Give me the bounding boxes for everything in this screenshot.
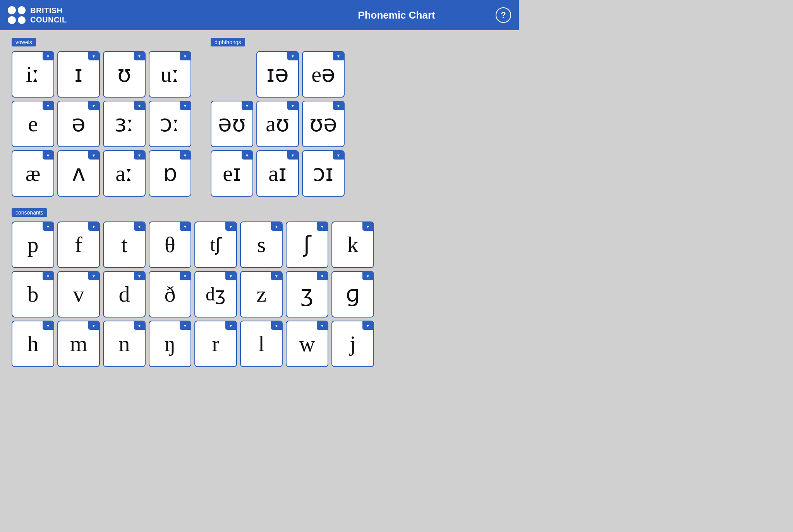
phoneme-card-t[interactable]: ▼ t — [103, 221, 146, 268]
dropdown-arrow[interactable]: ▼ — [333, 151, 344, 160]
phoneme-card-ŋ[interactable]: ▼ ŋ — [149, 321, 191, 367]
dropdown-arrow[interactable]: ▼ — [333, 52, 344, 60]
phoneme-symbol: aː — [115, 162, 133, 185]
phoneme-card-ʒ[interactable]: ▼ ʒ — [286, 271, 328, 317]
phoneme-symbol: k — [347, 233, 359, 256]
phoneme-card-æ[interactable]: ▼ æ — [12, 150, 54, 197]
phoneme-card-e[interactable]: ▼ e — [12, 101, 54, 147]
dropdown-arrow[interactable]: ▼ — [362, 321, 373, 330]
dropdown-arrow[interactable]: ▼ — [317, 222, 328, 231]
phoneme-card-əʊ[interactable]: ▼ əʊ — [211, 101, 253, 147]
phoneme-card-k[interactable]: ▼ k — [331, 221, 374, 268]
dropdown-arrow[interactable]: ▼ — [271, 272, 282, 280]
dropdown-arrow[interactable]: ▼ — [180, 52, 191, 60]
phoneme-card-m[interactable]: ▼ m — [57, 321, 100, 367]
phoneme-card-s[interactable]: ▼ s — [240, 221, 283, 268]
dropdown-arrow[interactable]: ▼ — [43, 151, 53, 160]
dropdown-arrow[interactable]: ▼ — [134, 151, 145, 160]
dropdown-arrow[interactable]: ▼ — [88, 101, 99, 110]
phoneme-symbol: m — [70, 333, 87, 355]
dropdown-arrow[interactable]: ▼ — [88, 321, 99, 330]
phoneme-card-b[interactable]: ▼ b — [12, 271, 54, 317]
dropdown-arrow[interactable]: ▼ — [180, 222, 191, 231]
dropdown-arrow[interactable]: ▼ — [287, 52, 298, 60]
dropdown-arrow[interactable]: ▼ — [225, 222, 236, 231]
dropdown-arrow[interactable]: ▼ — [180, 151, 191, 160]
phoneme-card-aɪ[interactable]: ▼ aɪ — [256, 150, 299, 197]
dropdown-arrow[interactable]: ▼ — [134, 222, 145, 231]
phoneme-card-r[interactable]: ▼ r — [194, 321, 237, 367]
dropdown-arrow[interactable]: ▼ — [225, 321, 236, 330]
dropdown-arrow[interactable]: ▼ — [333, 101, 344, 110]
diphthongs-row-2: ▼ əʊ ▼ aʊ ▼ ʊə — [211, 101, 345, 147]
phoneme-card-z[interactable]: ▼ z — [240, 271, 283, 317]
dropdown-arrow[interactable]: ▼ — [242, 151, 252, 160]
phoneme-card-iː[interactable]: ▼ iː — [12, 51, 54, 98]
dropdown-arrow[interactable]: ▼ — [43, 272, 53, 280]
dropdown-arrow[interactable]: ▼ — [43, 101, 53, 110]
phoneme-card-n[interactable]: ▼ n — [103, 321, 146, 367]
phoneme-card-aː[interactable]: ▼ aː — [103, 150, 146, 197]
phoneme-card-eɪ[interactable]: ▼ eɪ — [211, 150, 253, 197]
dropdown-arrow[interactable]: ▼ — [43, 321, 53, 330]
phoneme-card-dʒ[interactable]: ▼ dʒ — [194, 271, 237, 317]
dropdown-arrow[interactable]: ▼ — [271, 321, 282, 330]
phoneme-symbol: l — [258, 333, 264, 355]
phoneme-card-ɪə[interactable]: ▼ ɪə — [256, 51, 299, 98]
phoneme-symbol: e — [28, 113, 38, 135]
phoneme-card-j[interactable]: ▼ j — [331, 321, 374, 367]
phoneme-card-h[interactable]: ▼ h — [12, 321, 54, 367]
dropdown-arrow[interactable]: ▼ — [134, 52, 145, 60]
help-button[interactable]: ? — [496, 7, 511, 23]
dropdown-arrow[interactable]: ▼ — [362, 272, 373, 280]
dropdown-arrow[interactable]: ▼ — [43, 222, 53, 231]
dropdown-arrow[interactable]: ▼ — [88, 151, 99, 160]
phoneme-card-ɪ[interactable]: ▼ ɪ — [57, 51, 100, 98]
dropdown-arrow[interactable]: ▼ — [88, 222, 99, 231]
phoneme-card-ə[interactable]: ▼ ə — [57, 101, 100, 147]
phoneme-card-v[interactable]: ▼ v — [57, 271, 100, 317]
phoneme-card-ɡ[interactable]: ▼ ɡ — [331, 271, 374, 317]
phoneme-card-w[interactable]: ▼ w — [286, 321, 328, 367]
phoneme-card-ʃ[interactable]: ▼ ʃ — [286, 221, 328, 268]
dropdown-arrow[interactable]: ▼ — [362, 222, 373, 231]
phoneme-card-d[interactable]: ▼ d — [103, 271, 146, 317]
dropdown-arrow[interactable]: ▼ — [317, 272, 328, 280]
dropdown-arrow[interactable]: ▼ — [242, 101, 252, 110]
dropdown-arrow[interactable]: ▼ — [134, 272, 145, 280]
dropdown-arrow[interactable]: ▼ — [134, 101, 145, 110]
dropdown-arrow[interactable]: ▼ — [43, 52, 53, 60]
phoneme-card-p[interactable]: ▼ p — [12, 221, 54, 268]
phoneme-card-ʌ[interactable]: ▼ ʌ — [57, 150, 100, 197]
phoneme-card-ð[interactable]: ▼ ð — [149, 271, 191, 317]
dropdown-arrow[interactable]: ▼ — [180, 272, 191, 280]
phoneme-card-l[interactable]: ▼ l — [240, 321, 283, 367]
phoneme-card-uː[interactable]: ▼ uː — [149, 51, 191, 98]
phoneme-symbol: v — [73, 283, 84, 305]
phoneme-card-f[interactable]: ▼ f — [57, 221, 100, 268]
phoneme-card-ɒ[interactable]: ▼ ɒ — [149, 150, 191, 197]
phoneme-card-ʊ[interactable]: ▼ ʊ — [103, 51, 146, 98]
phoneme-symbol: z — [256, 283, 266, 305]
dropdown-arrow[interactable]: ▼ — [225, 272, 236, 280]
vowels-label: vowels — [12, 38, 36, 46]
dropdown-arrow[interactable]: ▼ — [88, 52, 99, 60]
dropdown-arrow[interactable]: ▼ — [134, 321, 145, 330]
logo-dot-1 — [8, 6, 16, 14]
main-content: vowels ▼ iː ▼ ɪ ▼ ʊ — [0, 30, 519, 375]
dropdown-arrow[interactable]: ▼ — [180, 101, 191, 110]
phoneme-card-ʊə[interactable]: ▼ ʊə — [302, 101, 345, 147]
dropdown-arrow[interactable]: ▼ — [317, 321, 328, 330]
dropdown-arrow[interactable]: ▼ — [287, 101, 298, 110]
phoneme-card-ɔː[interactable]: ▼ ɔː — [149, 101, 191, 147]
phoneme-card-tʃ[interactable]: ▼ tʃ — [194, 221, 237, 268]
dropdown-arrow[interactable]: ▼ — [287, 151, 298, 160]
phoneme-card-ɔɪ[interactable]: ▼ ɔɪ — [302, 150, 345, 197]
phoneme-card-aʊ[interactable]: ▼ aʊ — [256, 101, 299, 147]
phoneme-card-ɜː[interactable]: ▼ ɜː — [103, 101, 146, 147]
phoneme-card-eə[interactable]: ▼ eə — [302, 51, 345, 98]
dropdown-arrow[interactable]: ▼ — [88, 272, 99, 280]
dropdown-arrow[interactable]: ▼ — [180, 321, 191, 330]
dropdown-arrow[interactable]: ▼ — [271, 222, 282, 231]
phoneme-card-θ[interactable]: ▼ θ — [149, 221, 191, 268]
